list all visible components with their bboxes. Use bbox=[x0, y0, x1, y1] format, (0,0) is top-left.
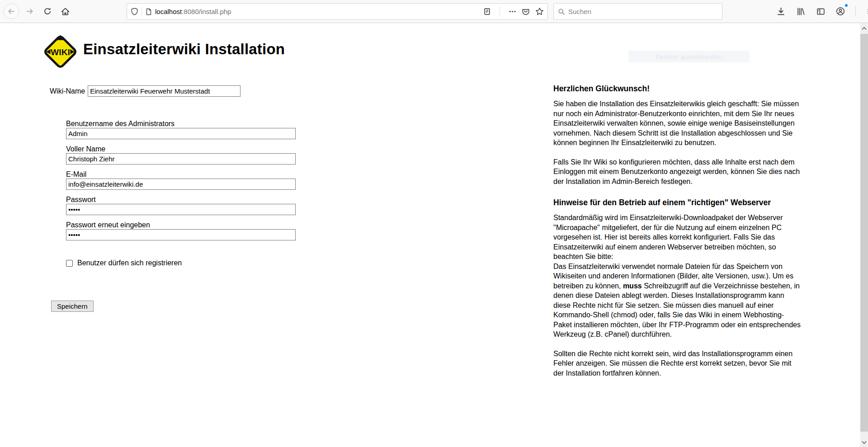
page-content: Fenster ausschneiden WIKI Einsatzleiterw… bbox=[0, 24, 860, 447]
back-button[interactable] bbox=[4, 4, 19, 19]
search-bar[interactable] bbox=[553, 3, 722, 20]
info-paragraph-2: Falls Sie Ihr Wiki so konfigurieren möch… bbox=[553, 157, 801, 187]
password-repeat-label: Passwort erneut eingeben bbox=[66, 221, 296, 229]
admin-account-form: Benutzername des Administrators Voller N… bbox=[66, 119, 296, 246]
sidebar-icon bbox=[816, 7, 825, 16]
download-icon bbox=[777, 7, 785, 16]
url-separator-2 bbox=[500, 7, 500, 17]
url-path: :8080/install.php bbox=[182, 8, 231, 15]
full-name-input[interactable] bbox=[66, 153, 296, 165]
wiki-name-label: Wiki-Name bbox=[50, 87, 85, 95]
info-panel: Herzlichen Glückwunsch! Sie haben die In… bbox=[553, 84, 801, 387]
account-button[interactable] bbox=[834, 5, 847, 18]
info-paragraph-4: Sollten die Rechte nicht korrekt sein, w… bbox=[553, 349, 801, 378]
password-input[interactable] bbox=[66, 204, 296, 215]
tracking-shield-icon[interactable] bbox=[131, 8, 138, 15]
admin-username-input[interactable] bbox=[66, 128, 296, 139]
wiki-logo: WIKI bbox=[43, 34, 78, 69]
email-input[interactable] bbox=[66, 179, 296, 190]
register-checkbox-label: Benutzer dürfen sich registrieren bbox=[77, 259, 182, 267]
wiki-name-row: Wiki-Name bbox=[50, 85, 241, 97]
reload-icon bbox=[43, 7, 52, 15]
search-input[interactable] bbox=[568, 8, 718, 15]
bookmark-star-icon[interactable] bbox=[535, 7, 544, 16]
downloads-button[interactable] bbox=[774, 5, 788, 18]
hamburger-icon bbox=[867, 7, 868, 16]
page-title: Einsatzleiterwiki Installation bbox=[83, 41, 285, 58]
library-icon bbox=[797, 7, 805, 16]
vertical-scrollbar[interactable] bbox=[860, 23, 868, 447]
scrollbar-thumb[interactable] bbox=[860, 34, 868, 432]
reader-mode-icon[interactable] bbox=[483, 8, 491, 15]
register-checkbox-row: Benutzer dürfen sich registrieren bbox=[66, 259, 182, 267]
password-label: Passwort bbox=[66, 195, 296, 204]
url-text[interactable]: localhost:8080/install.php bbox=[155, 8, 483, 15]
forward-icon bbox=[26, 7, 34, 15]
url-separator bbox=[142, 7, 142, 17]
chevron-up-icon bbox=[862, 27, 867, 30]
info-heading-congrats: Herzlichen Glückwunsch! bbox=[553, 84, 801, 94]
page-actions-icon[interactable] bbox=[509, 8, 516, 15]
home-button[interactable] bbox=[58, 5, 72, 18]
forward-button[interactable] bbox=[23, 5, 37, 18]
scroll-down-button[interactable] bbox=[860, 438, 868, 447]
save-button[interactable]: Speichern bbox=[51, 301, 94, 312]
admin-username-label: Benutzername des Administrators bbox=[66, 119, 296, 128]
email-label: E-Mail bbox=[66, 170, 296, 179]
page-info-icon[interactable] bbox=[145, 8, 152, 15]
account-notification-dot bbox=[844, 4, 848, 7]
home-icon bbox=[61, 7, 70, 16]
scroll-up-button[interactable] bbox=[860, 24, 868, 33]
account-icon bbox=[836, 7, 845, 16]
toolbar-separator bbox=[855, 6, 856, 17]
search-icon bbox=[558, 8, 565, 15]
password-repeat-input[interactable] bbox=[66, 229, 296, 240]
url-host: localhost bbox=[155, 8, 182, 15]
reload-button[interactable] bbox=[41, 5, 54, 18]
pocket-icon[interactable] bbox=[522, 8, 530, 16]
info-paragraph-3a: Standardmäßig wird im Einsatzleiterwiki-… bbox=[553, 214, 783, 260]
library-button[interactable] bbox=[794, 5, 807, 18]
full-name-label: Voller Name bbox=[66, 145, 296, 153]
wiki-logo-text: WIKI bbox=[51, 47, 70, 57]
info-paragraph-3-bold: muss bbox=[623, 282, 642, 290]
info-heading-webserver: Hinweise für den Betrieb auf einem "rich… bbox=[553, 198, 801, 207]
menu-button[interactable] bbox=[864, 5, 868, 18]
info-paragraph-3c: Schreibzugriff auf die Verzeichnisse bes… bbox=[553, 282, 801, 339]
browser-toolbar: localhost:8080/install.php bbox=[0, 0, 868, 23]
url-bar[interactable]: localhost:8080/install.php bbox=[127, 3, 548, 20]
info-paragraph-1: Sie haben die Installation des Einsatzle… bbox=[553, 99, 801, 148]
snip-overlay-ghost: Fenster ausschneiden bbox=[628, 51, 750, 62]
register-checkbox[interactable] bbox=[66, 260, 73, 267]
wiki-name-input[interactable] bbox=[88, 85, 241, 97]
sidebar-button[interactable] bbox=[814, 5, 827, 18]
back-icon bbox=[7, 7, 15, 15]
chevron-down-icon bbox=[862, 441, 867, 444]
info-paragraph-3: Standardmäßig wird im Einsatzleiterwiki-… bbox=[553, 213, 801, 339]
